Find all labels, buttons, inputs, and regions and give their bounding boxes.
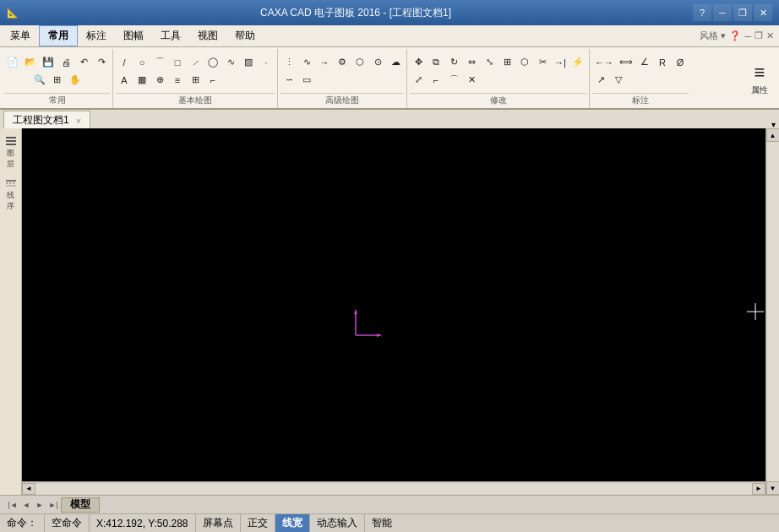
- polyline-btn[interactable]: ⟋: [187, 54, 204, 71]
- ortho-mode: 正交: [248, 516, 268, 530]
- offset-btn[interactable]: ⬡: [516, 54, 533, 71]
- nav-last-btn[interactable]: ►|: [47, 499, 59, 511]
- zoom-all-btn[interactable]: ⊞: [49, 72, 66, 89]
- ellipse-btn[interactable]: ◯: [204, 54, 221, 71]
- status-dynamic-input[interactable]: 动态输入: [310, 514, 365, 532]
- block-btn[interactable]: ▦: [133, 72, 150, 89]
- scroll-left-btn[interactable]: ◄: [22, 483, 35, 495]
- fillet2-btn[interactable]: ⌒: [445, 72, 462, 89]
- point-btn[interactable]: ·: [258, 54, 275, 71]
- dim-align-btn[interactable]: ⟺: [617, 54, 635, 71]
- minimize-button[interactable]: ─: [713, 4, 732, 21]
- new-file-btn[interactable]: 📄: [4, 54, 21, 71]
- menu-item-main[interactable]: 菜单: [2, 25, 39, 46]
- dim-radius-btn[interactable]: R: [654, 54, 671, 71]
- adv-gear-btn[interactable]: ⚙: [334, 54, 351, 71]
- scale-btn[interactable]: ⤡: [481, 54, 498, 71]
- insert-btn[interactable]: ⊕: [151, 72, 168, 89]
- menu-close[interactable]: ✕: [766, 30, 774, 41]
- menu-minimize[interactable]: ─: [744, 31, 751, 41]
- help-button[interactable]: ❓: [729, 30, 741, 41]
- adv-line-btn[interactable]: ⋮: [281, 54, 297, 71]
- text-btn[interactable]: A: [116, 72, 133, 89]
- undo-btn[interactable]: ↶: [75, 54, 92, 71]
- adv-bolt-btn[interactable]: ⬡: [351, 54, 368, 71]
- move-btn[interactable]: ✥: [410, 54, 427, 71]
- status-space-cmd: 空命令: [45, 514, 90, 532]
- hatch-btn[interactable]: ▨: [240, 54, 257, 71]
- break-btn[interactable]: ⚡: [569, 54, 586, 71]
- spline-btn[interactable]: ∿: [222, 54, 239, 71]
- circle-btn[interactable]: ○: [133, 54, 150, 71]
- style-selector[interactable]: 风格 ▾: [700, 30, 726, 42]
- scroll-up-btn[interactable]: ▲: [766, 128, 780, 142]
- menu-item-annotation[interactable]: 标注: [78, 25, 115, 46]
- copy-btn[interactable]: ⧉: [428, 54, 444, 71]
- menu-restore[interactable]: ❐: [754, 30, 763, 41]
- menu-item-common[interactable]: 常用: [39, 25, 78, 46]
- save-btn[interactable]: 💾: [40, 54, 57, 71]
- trim-btn[interactable]: ✂: [534, 54, 551, 71]
- dim-angular-btn[interactable]: ∠: [636, 54, 653, 71]
- chamfer-btn[interactable]: ⌐: [428, 72, 444, 89]
- dim-diameter-btn[interactable]: Ø: [672, 54, 689, 71]
- pan-btn[interactable]: ✋: [67, 72, 84, 89]
- dim-leader-btn[interactable]: ↗: [592, 72, 609, 89]
- scroll-down-btn[interactable]: ▼: [766, 481, 780, 495]
- document-tab-1[interactable]: 工程图文档1 ×: [3, 111, 90, 129]
- window-controls: ? ─ ❐ ✕: [693, 4, 772, 21]
- print-btn[interactable]: 🖨: [57, 54, 74, 71]
- status-smart[interactable]: 智能: [365, 514, 399, 532]
- dim-surface-btn[interactable]: ▽: [610, 72, 627, 89]
- ribbon: 📄 📂 💾 🖨 ↶ ↷ 🔍 ⊞ ✋ 常用: [0, 47, 779, 110]
- nav-prev-btn[interactable]: ◄: [20, 499, 32, 511]
- menu-item-view[interactable]: 视图: [189, 25, 226, 46]
- open-file-btn[interactable]: 📂: [22, 54, 39, 71]
- status-snap[interactable]: 屏幕点: [196, 514, 241, 532]
- canvas-area[interactable]: [22, 128, 779, 495]
- mirror-btn[interactable]: ⇔: [463, 54, 480, 71]
- arc-btn[interactable]: ⌒: [151, 54, 168, 71]
- help-icon[interactable]: ?: [693, 4, 711, 21]
- array-btn[interactable]: ⊞: [498, 54, 515, 71]
- close-button[interactable]: ✕: [754, 4, 772, 21]
- properties-button[interactable]: ≡ 属性: [745, 57, 774, 100]
- sidebar-tool-linetype[interactable]: 线 序: [2, 174, 20, 214]
- doc-tab-close[interactable]: ×: [76, 116, 81, 126]
- adv-cloud-btn[interactable]: ☁: [387, 54, 404, 71]
- scroll-horizontal-track[interactable]: [35, 484, 752, 494]
- stretch-btn[interactable]: ⤢: [410, 72, 427, 89]
- attr-btn[interactable]: ≡: [169, 72, 186, 89]
- menu-item-help[interactable]: 帮助: [226, 25, 264, 46]
- adv-arrow-btn[interactable]: →: [316, 54, 333, 71]
- adv-wave-btn[interactable]: ∿: [298, 54, 315, 71]
- redo-btn[interactable]: ↷: [93, 54, 110, 71]
- extend-btn[interactable]: →|: [552, 54, 569, 71]
- fillet-btn[interactable]: ⌐: [204, 72, 221, 89]
- rect-btn[interactable]: □: [169, 54, 186, 71]
- ribbon-group-common: 📄 📂 💾 🖨 ↶ ↷ 🔍 ⊞ ✋ 常用: [2, 49, 113, 108]
- ribbon-group-modify-label: 修改: [410, 93, 586, 108]
- table-btn[interactable]: ⊞: [187, 72, 204, 89]
- adv-hole-btn[interactable]: ⊙: [369, 54, 386, 71]
- status-ortho[interactable]: 正交: [241, 514, 275, 532]
- sidebar-tool-layer[interactable]: 图 层: [2, 132, 20, 172]
- dim-linear-btn[interactable]: ←→: [592, 54, 616, 71]
- status-linewidth[interactable]: 线宽: [275, 514, 310, 532]
- adv-spring-btn[interactable]: ∽: [281, 72, 297, 89]
- nav-first-btn[interactable]: |◄: [7, 499, 19, 511]
- scroll-right-btn[interactable]: ►: [752, 483, 765, 495]
- adv-rect2-btn[interactable]: ▭: [298, 72, 315, 89]
- ribbon-group-advanced-label: 高级绘图: [281, 93, 404, 108]
- rotate-btn[interactable]: ↻: [445, 54, 462, 71]
- menu-item-tools[interactable]: 工具: [152, 25, 189, 46]
- restore-button[interactable]: ❐: [733, 4, 752, 21]
- nav-next-btn[interactable]: ►: [34, 499, 46, 511]
- zoom-in-btn[interactable]: 🔍: [31, 72, 48, 89]
- window-title: CAXA CAD 电子图板 2016 - [工程图文档1]: [19, 6, 693, 20]
- model-tab[interactable]: 模型: [61, 497, 100, 513]
- erase-btn[interactable]: ✕: [463, 72, 480, 89]
- line-btn[interactable]: /: [116, 54, 133, 71]
- menu-item-drawing[interactable]: 图幅: [115, 25, 152, 46]
- scroll-vertical-track[interactable]: [767, 142, 779, 481]
